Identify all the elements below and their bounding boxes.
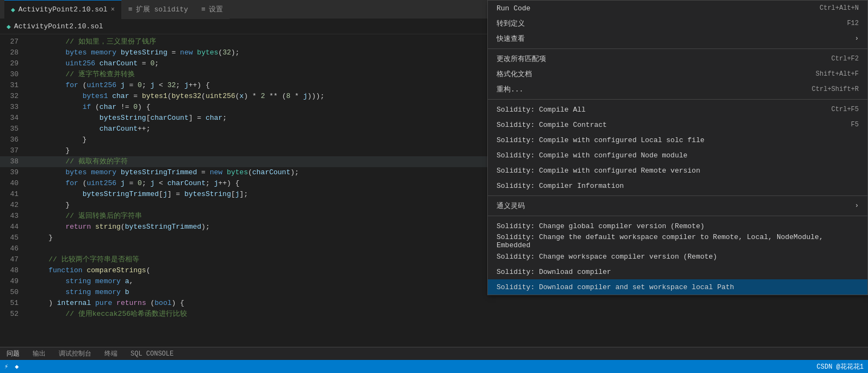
menu-item-run-code[interactable]: Run Code Ctrl+Alt+N: [488, 1, 867, 16]
menu-item-quick-look[interactable]: 快速查看 ›: [488, 31, 867, 46]
tab-label: 扩展 solidity: [136, 4, 188, 14]
tab-settings[interactable]: ≡ 设置: [195, 0, 230, 19]
status-bar-left: ⚡ ◆: [4, 363, 18, 371]
menu-label: Run Code: [497, 4, 530, 13]
line-number: 51: [0, 298, 27, 309]
line-number: 38: [0, 156, 27, 167]
table-row: 52 // 使用keccak256哈希函数进行比较: [0, 309, 868, 320]
table-row: 51 ) internal pure returns (bool) {: [0, 298, 868, 309]
line-number: 41: [0, 189, 27, 200]
line-number: 50: [0, 287, 27, 298]
tab-label2: 设置: [209, 4, 223, 14]
tab-expand-solidity[interactable]: ≡ 扩展 solidity: [122, 0, 195, 19]
tab-close-button[interactable]: ×: [111, 6, 115, 14]
menu-shortcut: Ctrl+F2: [832, 55, 859, 63]
line-number: 43: [0, 211, 27, 222]
menu-item-refactor[interactable]: 重构... Ctrl+Shift+R: [488, 82, 867, 97]
menu-label: Solidity: Download compiler: [497, 268, 611, 276]
line-number: 37: [0, 145, 27, 156]
line-number: 46: [0, 243, 27, 254]
tab-icon2: ≡: [201, 5, 206, 14]
menu-item-compile-local[interactable]: Solidity: Compile with configured Local …: [488, 132, 867, 148]
menu-label: 重构...: [497, 84, 523, 94]
line-number: 42: [0, 200, 27, 211]
breadcrumb-label: ActivityPoint2.10.sol: [14, 22, 103, 30]
menu-item-tongyi[interactable]: 通义灵码 ›: [488, 198, 867, 213]
menu-separator: [488, 48, 867, 49]
menu-shortcut: F5: [851, 121, 859, 129]
line-number: 40: [0, 178, 27, 189]
breadcrumb-icon: ◆: [7, 22, 11, 31]
menu-label: Solidity: Compile with configured Local …: [497, 136, 704, 144]
status-diamond: ◆: [15, 363, 18, 371]
menu-separator: [488, 216, 867, 216]
menu-item-compile-node[interactable]: Solidity: Compile with configured Node m…: [488, 148, 867, 163]
menu-item-download-set[interactable]: Solidity: Download compiler and set work…: [488, 279, 867, 295]
active-tab[interactable]: ◆ ActivityPoint2.10.sol ×: [4, 0, 122, 19]
status-bar-right: CSDN @花花花1: [817, 362, 864, 371]
submenu-arrow: ›: [855, 202, 859, 210]
submenu-arrow: ›: [855, 35, 859, 42]
menu-item-compile-remote[interactable]: Solidity: Compile with configured Remote…: [488, 163, 867, 178]
line-number: 31: [0, 80, 27, 91]
line-number: 47: [0, 254, 27, 265]
bottom-panel: 问题 输出 调试控制台 终端 SQL CONSOLE: [0, 347, 868, 360]
menu-label: 转到定义: [497, 19, 525, 28]
menu-shortcut: Ctrl+Shift+R: [812, 85, 859, 93]
menu-separator: [488, 99, 867, 100]
status-user: CSDN @花花花1: [817, 362, 864, 371]
menu-label: 格式化文档: [497, 69, 532, 79]
menu-shortcut: F12: [847, 20, 859, 27]
line-number: 30: [0, 69, 27, 80]
line-number: 44: [0, 222, 27, 233]
line-number: 52: [0, 309, 27, 320]
menu-label: Solidity: Compile with configured Remote…: [497, 167, 700, 175]
panel-tab-sql[interactable]: SQL CONSOLE: [128, 349, 176, 359]
menu-label: 更改所有匹配项: [497, 54, 546, 64]
line-number: 29: [0, 58, 27, 69]
menu-label: Solidity: Compile All: [497, 106, 586, 114]
menu-shortcut: Ctrl+Alt+N: [820, 4, 859, 12]
active-tab-label: ActivityPoint2.10.sol: [18, 5, 108, 14]
line-number: 48: [0, 265, 27, 276]
menu-item-compile-all[interactable]: Solidity: Compile All Ctrl+F5: [488, 102, 867, 117]
line-content: ) internal pure returns (bool) {: [27, 298, 868, 309]
menu-label: Solidity: Change workspace compiler vers…: [497, 253, 717, 261]
line-number: 45: [0, 233, 27, 243]
line-content: // 使用keccak256哈希函数进行比较: [27, 309, 868, 320]
menu-item-compile-contract[interactable]: Solidity: Compile Contract F5: [488, 117, 867, 132]
panel-tab-debug[interactable]: 调试控制台: [57, 348, 94, 359]
menu-item-rename-all[interactable]: 更改所有匹配项 Ctrl+F2: [488, 51, 867, 66]
main-area: 27 // 如知里，三义里份了钱序 28 bytes memory bytesS…: [0, 34, 868, 360]
menu-item-change-workspace[interactable]: Solidity: Change workspace compiler vers…: [488, 249, 867, 264]
line-number: 34: [0, 113, 27, 124]
line-number: 49: [0, 276, 27, 287]
menu-item-change-default[interactable]: Solidity: Change the default workspace c…: [488, 234, 867, 249]
menu-item-change-global[interactable]: Solidity: Change global compiler version…: [488, 218, 867, 234]
menu-label: Solidity: Change global compiler version…: [497, 222, 704, 230]
panel-tab-problems[interactable]: 问题: [4, 348, 22, 359]
menu-label: Solidity: Compile Contract: [497, 121, 607, 129]
line-number: 36: [0, 134, 27, 145]
status-branch[interactable]: ⚡: [4, 363, 8, 371]
file-icon: ◆: [11, 5, 15, 14]
menu-item-compiler-info[interactable]: Solidity: Compiler Information: [488, 178, 867, 193]
panel-tab-output[interactable]: 输出: [30, 348, 48, 359]
status-bar: ⚡ ◆ CSDN @花花花1: [0, 360, 868, 373]
line-number: 27: [0, 36, 27, 47]
menu-item-goto-def[interactable]: 转到定义 F12: [488, 16, 867, 31]
line-number: 39: [0, 167, 27, 178]
menu-shortcut: Ctrl+F5: [832, 106, 859, 113]
menu-label: 通义灵码: [497, 201, 525, 211]
menu-label: 快速查看: [497, 34, 525, 44]
line-number: 28: [0, 47, 27, 58]
menu-label: Solidity: Change the default workspace c…: [497, 233, 859, 249]
menu-item-download-compiler[interactable]: Solidity: Download compiler: [488, 264, 867, 279]
menu-shortcut: Shift+Alt+F: [816, 70, 859, 78]
menu-item-format-doc[interactable]: 格式化文档 Shift+Alt+F: [488, 66, 867, 82]
menu-label: Solidity: Download compiler and set work…: [497, 283, 734, 291]
line-number: 32: [0, 91, 27, 102]
panel-tab-terminal[interactable]: 终端: [102, 348, 120, 359]
line-number: 35: [0, 124, 27, 134]
tab-icon: ≡: [128, 5, 133, 14]
